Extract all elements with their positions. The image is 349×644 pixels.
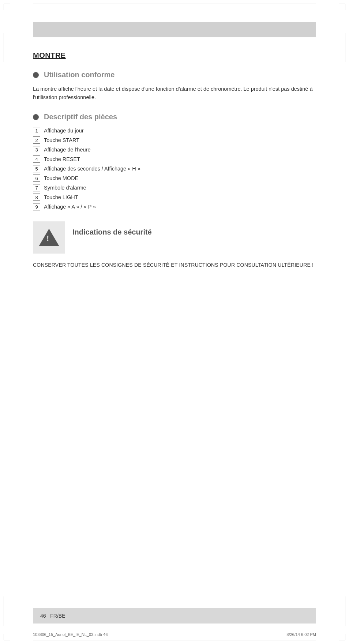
item-label-7: Symbole d'alarme [44,185,86,191]
section1-title: Utilisation conforme [44,71,115,79]
section1-bullet [33,72,39,78]
section1-header: Utilisation conforme [33,71,316,79]
list-item: 6 Touche MODE [33,175,316,182]
corner-mark-tr [339,4,345,10]
item-label-5: Affichage des secondes / Affichage « H » [44,166,140,172]
bottom-left-rule [4,596,4,626]
item-label-2: Touche START [44,137,79,143]
list-item: 3 Affichage de l'heure [33,146,316,153]
top-header-bar [33,22,316,37]
bottom-right-info: 8/26/14 6:02 PM [286,632,316,637]
right-rule [345,33,345,62]
list-item: 5 Affichage des secondes / Affichage « H… [33,165,316,172]
parts-list: 1 Affichage du jour 2 Touche START 3 Aff… [33,127,316,210]
item-label-6: Touche MODE [44,175,78,181]
safety-content: Indications de sécurité [72,221,152,236]
bottom-rule [33,640,316,640]
corner-mark-bl [4,634,10,640]
item-number-1: 1 [33,127,40,134]
list-item: 4 Touche RESET [33,156,316,163]
item-number-6: 6 [33,175,40,182]
list-item: 1 Affichage du jour [33,127,316,134]
warning-box [33,221,65,254]
list-item: 9 Affichage « A » / « P » [33,203,316,210]
section2-header: Descriptif des pièces [33,113,316,121]
left-rule [4,33,4,62]
item-number-9: 9 [33,203,40,210]
item-label-8: Touche LIGHT [44,194,78,200]
bottom-left-info: 103806_15_Auriol_BE_IE_NL_03.indb 46 [33,632,108,637]
safety-title: Indications de sécurité [72,221,152,236]
item-label-1: Affichage du jour [44,128,84,134]
list-item: 7 Symbole d'alarme [33,184,316,191]
warning-triangle-icon [39,229,59,246]
section1-body: La montre affiche l'heure et la date et … [33,85,316,102]
bottom-right-rule [345,596,345,626]
item-label-3: Affichage de l'heure [44,147,90,153]
item-number-4: 4 [33,156,40,163]
safety-section: Indications de sécurité [33,221,316,254]
footer-page-number: 46 FR/BE [40,613,65,619]
corner-mark-br [339,634,345,640]
footer-bar: 46 FR/BE [33,608,316,624]
page-title: MONTRE [33,51,316,60]
main-content: MONTRE Utilisation conforme La montre af… [33,44,316,600]
item-label-9: Affichage « A » / « P » [44,204,96,210]
list-item: 2 Touche START [33,136,316,144]
item-number-3: 3 [33,146,40,153]
top-rule [33,4,316,4]
item-label-4: Touche RESET [44,156,80,162]
bottom-info: 103806_15_Auriol_BE_IE_NL_03.indb 46 8/2… [33,632,316,637]
section2-bullet [33,114,39,120]
corner-mark-tl [4,4,10,10]
item-number-5: 5 [33,165,40,172]
item-number-2: 2 [33,136,40,144]
section2-title: Descriptif des pièces [44,113,117,121]
item-number-7: 7 [33,184,40,191]
safety-body: CONSERVER TOUTES LES CONSIGNES DE SÉCURI… [33,261,316,269]
list-item: 8 Touche LIGHT [33,194,316,201]
item-number-8: 8 [33,194,40,201]
